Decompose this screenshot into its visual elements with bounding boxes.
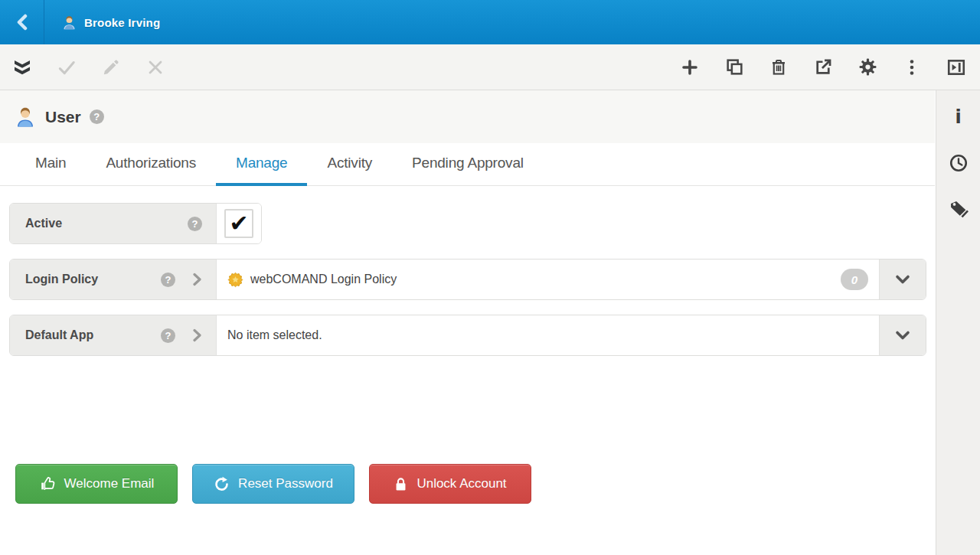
reset-icon [214,476,230,492]
reset-password-label: Reset Password [238,476,333,491]
chevron-down-icon [895,330,910,341]
duplicate-icon [725,57,744,77]
info-icon: i [955,106,961,128]
field-login-policy-value-cell[interactable]: webCOMAND Login Policy 0 [217,260,879,299]
chevron-left-icon [16,14,28,31]
check-icon [57,57,77,77]
toolbar [0,44,980,90]
welcome-email-label: Welcome Email [64,476,155,491]
settings-button[interactable] [845,44,890,90]
duplicate-button[interactable] [712,44,756,90]
field-login-policy-label: Login Policy [25,273,98,286]
chevron-down-icon [895,274,910,285]
plus-icon [681,58,699,77]
field-active-help-icon[interactable]: ? [188,217,202,231]
user-avatar-icon [61,15,77,31]
field-default-app-value-cell[interactable]: No item selected. [217,315,879,355]
field-active-label: Active [25,217,62,230]
tab-bar: Main Authorizations Manage Activity Pend… [0,143,935,186]
tag-icon [948,198,969,220]
field-default-app: Default App ? No item selected. [9,315,926,356]
field-active-label-cell: Active ? [10,204,217,243]
back-button[interactable] [0,0,44,44]
login-policy-value: webCOMAND Login Policy [250,273,397,286]
field-active: Active ? ✔ [9,203,262,244]
policy-badge-icon [227,272,243,288]
tab-pending-approval[interactable]: Pending Approval [392,143,544,186]
toggle-panel-button[interactable] [934,44,978,90]
page-title: User [45,108,81,126]
field-active-value-cell: ✔ [217,204,261,243]
field-default-app-label: Default App [25,328,93,342]
trash-icon [769,58,788,77]
add-button[interactable] [668,44,712,90]
tab-authorizations[interactable]: Authorizations [86,143,216,186]
delete-button[interactable] [756,44,801,90]
welcome-email-button[interactable]: Welcome Email [15,464,178,504]
close-icon [146,58,165,77]
checkmark-icon: ✔ [229,212,248,235]
kebab-icon [903,58,921,77]
history-button[interactable] [943,150,974,176]
default-app-value: No item selected. [227,328,322,342]
login-policy-count-badge: 0 [841,269,868,290]
clock-icon [949,153,969,173]
field-login-policy-label-cell: Login Policy ? [10,260,217,299]
field-default-app-help-icon[interactable]: ? [161,328,175,343]
collapse-all-button[interactable] [0,44,44,90]
tab-main[interactable]: Main [15,143,86,186]
topbar: Brooke Irving [0,0,980,44]
default-app-dropdown-button[interactable] [879,315,926,355]
tab-activity[interactable]: Activity [307,143,392,186]
toggle-panel-icon [946,57,966,77]
toolbar-right-group [668,44,978,90]
thumbs-up-icon [39,475,56,492]
login-policy-dropdown-button[interactable] [879,260,926,299]
content-area: User ? Main Authorizations Manage Activi… [0,90,935,555]
reset-password-button[interactable]: Reset Password [192,464,354,504]
tags-button[interactable] [943,196,974,222]
lock-icon [394,476,408,492]
user-type-icon [14,106,37,129]
approve-button[interactable] [44,44,89,90]
more-button[interactable] [890,44,934,90]
topbar-user-name: Brooke Irving [84,16,160,29]
field-default-app-label-cell: Default App ? [10,315,217,355]
field-login-policy-help-icon[interactable]: ? [161,273,175,287]
toolbar-left-group [0,44,178,90]
action-buttons: Welcome Email Reset Password Unlock Acco… [15,464,531,504]
page-help-icon[interactable]: ? [90,109,104,124]
chevron-right-icon[interactable] [192,328,202,342]
unlock-account-button[interactable]: Unlock Account [369,464,531,504]
open-external-button[interactable] [801,44,845,90]
info-button[interactable]: i [943,104,974,130]
pencil-icon [102,58,120,77]
chevron-right-icon[interactable] [192,273,202,286]
field-login-policy: Login Policy ? webCOMAND Login Policy 0 [9,259,926,300]
unlock-account-label: Unlock Account [416,476,506,491]
edit-button[interactable] [89,44,133,90]
current-record[interactable]: Brooke Irving [61,15,160,31]
cancel-button[interactable] [133,44,178,90]
right-rail: i [936,90,980,555]
open-external-icon [814,57,833,77]
active-checkbox[interactable]: ✔ [224,209,253,238]
collapse-all-icon [13,58,31,77]
gear-icon [858,57,877,77]
tab-manage[interactable]: Manage [216,143,307,186]
page-header: User ? [0,90,935,143]
